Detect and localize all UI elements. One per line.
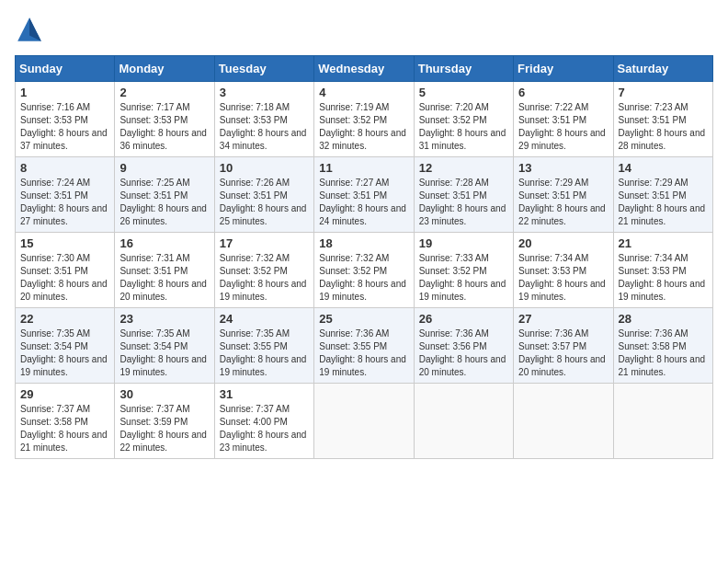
day-number: 27: [518, 312, 608, 326]
day-info: Sunrise: 7:29 AM Sunset: 3:51 PM Dayligh…: [619, 177, 708, 228]
day-number: 1: [20, 86, 109, 99]
daylight-label: Daylight: 8 hours and 19 minutes.: [220, 354, 307, 377]
day-header-sunday: Sunday: [16, 56, 115, 82]
calendar-cell: 7 Sunrise: 7:23 AM Sunset: 3:51 PM Dayli…: [613, 82, 712, 157]
sunset-label: Sunset: 3:51 PM: [619, 190, 687, 201]
sunrise-label: Sunrise: 7:16 AM: [20, 102, 90, 112]
sunset-label: Sunset: 3:58 PM: [619, 341, 687, 351]
calendar-cell: 29 Sunrise: 7:37 AM Sunset: 3:58 PM Dayl…: [16, 384, 115, 459]
sunset-label: Sunset: 3:53 PM: [619, 266, 687, 276]
daylight-label: Daylight: 8 hours and 24 minutes.: [319, 203, 406, 226]
daylight-label: Daylight: 8 hours and 20 minutes.: [518, 354, 606, 377]
sunset-label: Sunset: 3:51 PM: [518, 115, 586, 125]
day-number: 15: [20, 236, 109, 250]
day-info: Sunrise: 7:28 AM Sunset: 3:51 PM Dayligh…: [419, 177, 508, 228]
calendar-cell: 26 Sunrise: 7:36 AM Sunset: 3:56 PM Dayl…: [414, 308, 513, 384]
daylight-label: Daylight: 8 hours and 23 minutes.: [419, 203, 506, 226]
sunrise-label: Sunrise: 7:32 AM: [220, 253, 290, 263]
day-number: 7: [619, 86, 708, 99]
daylight-label: Daylight: 8 hours and 19 minutes.: [619, 279, 706, 302]
calendar-week-1: 1 Sunrise: 7:16 AM Sunset: 3:53 PM Dayli…: [16, 82, 713, 157]
day-number: 9: [119, 161, 209, 175]
calendar-cell: 10 Sunrise: 7:26 AM Sunset: 3:51 PM Dayl…: [214, 157, 313, 233]
daylight-label: Daylight: 8 hours and 27 minutes.: [20, 203, 108, 226]
day-info: Sunrise: 7:20 AM Sunset: 3:52 PM Dayligh…: [419, 101, 508, 153]
day-number: 14: [619, 161, 708, 175]
daylight-label: Daylight: 8 hours and 26 minutes.: [119, 203, 207, 226]
day-info: Sunrise: 7:35 AM Sunset: 3:55 PM Dayligh…: [220, 327, 309, 379]
sunrise-label: Sunrise: 7:33 AM: [419, 253, 489, 263]
calendar-cell: 1 Sunrise: 7:16 AM Sunset: 3:53 PM Dayli…: [16, 82, 115, 157]
sunrise-label: Sunrise: 7:35 AM: [20, 328, 90, 339]
calendar-cell: 12 Sunrise: 7:28 AM Sunset: 3:51 PM Dayl…: [414, 157, 513, 233]
daylight-label: Daylight: 8 hours and 19 minutes.: [319, 279, 406, 302]
calendar-cell: 28 Sunrise: 7:36 AM Sunset: 3:58 PM Dayl…: [613, 308, 712, 384]
day-number: 10: [220, 161, 309, 175]
sunset-label: Sunset: 3:59 PM: [119, 417, 188, 427]
day-info: Sunrise: 7:32 AM Sunset: 3:52 PM Dayligh…: [319, 252, 408, 304]
day-number: 17: [220, 236, 309, 250]
sunset-label: Sunset: 3:56 PM: [419, 341, 487, 351]
day-number: 18: [319, 236, 408, 250]
sunset-label: Sunset: 3:54 PM: [20, 341, 88, 351]
day-info: Sunrise: 7:16 AM Sunset: 3:53 PM Dayligh…: [20, 101, 109, 153]
day-header-friday: Friday: [514, 56, 613, 82]
daylight-label: Daylight: 8 hours and 28 minutes.: [619, 128, 706, 151]
day-info: Sunrise: 7:23 AM Sunset: 3:51 PM Dayligh…: [619, 101, 708, 153]
daylight-label: Daylight: 8 hours and 25 minutes.: [220, 203, 307, 226]
sunrise-label: Sunrise: 7:18 AM: [220, 102, 290, 112]
day-number: 20: [518, 236, 608, 250]
sunset-label: Sunset: 3:58 PM: [20, 417, 88, 427]
sunset-label: Sunset: 3:51 PM: [619, 115, 687, 125]
calendar-cell: 11 Sunrise: 7:27 AM Sunset: 3:51 PM Dayl…: [314, 157, 414, 233]
sunset-label: Sunset: 3:51 PM: [419, 190, 487, 201]
calendar-table: SundayMondayTuesdayWednesdayThursdayFrid…: [15, 55, 713, 459]
calendar-cell: [514, 384, 613, 459]
calendar-cell: 9 Sunrise: 7:25 AM Sunset: 3:51 PM Dayli…: [115, 157, 214, 233]
calendar-cell: [314, 384, 414, 459]
day-info: Sunrise: 7:30 AM Sunset: 3:51 PM Dayligh…: [20, 252, 109, 304]
daylight-label: Daylight: 8 hours and 29 minutes.: [518, 128, 606, 151]
sunset-label: Sunset: 3:53 PM: [20, 115, 88, 125]
day-header-tuesday: Tuesday: [214, 56, 313, 82]
calendar-cell: 2 Sunrise: 7:17 AM Sunset: 3:53 PM Dayli…: [115, 82, 214, 157]
calendar-cell: 21 Sunrise: 7:34 AM Sunset: 3:53 PM Dayl…: [613, 233, 712, 308]
calendar-cell: 14 Sunrise: 7:29 AM Sunset: 3:51 PM Dayl…: [613, 157, 712, 233]
sunrise-label: Sunrise: 7:25 AM: [119, 178, 189, 188]
day-number: 22: [20, 312, 109, 326]
page-header: [15, 15, 713, 44]
day-info: Sunrise: 7:36 AM Sunset: 3:56 PM Dayligh…: [419, 327, 508, 379]
daylight-label: Daylight: 8 hours and 19 minutes.: [518, 279, 606, 302]
calendar-cell: 17 Sunrise: 7:32 AM Sunset: 3:52 PM Dayl…: [214, 233, 313, 308]
sunrise-label: Sunrise: 7:29 AM: [518, 178, 588, 188]
day-number: 8: [20, 161, 109, 175]
calendar-cell: 13 Sunrise: 7:29 AM Sunset: 3:51 PM Dayl…: [514, 157, 613, 233]
day-info: Sunrise: 7:35 AM Sunset: 3:54 PM Dayligh…: [119, 327, 209, 379]
day-number: 24: [220, 312, 309, 326]
day-info: Sunrise: 7:36 AM Sunset: 3:57 PM Dayligh…: [518, 327, 608, 379]
sunrise-label: Sunrise: 7:24 AM: [20, 178, 90, 188]
sunrise-label: Sunrise: 7:30 AM: [20, 253, 90, 263]
day-info: Sunrise: 7:24 AM Sunset: 3:51 PM Dayligh…: [20, 177, 109, 228]
calendar-cell: 4 Sunrise: 7:19 AM Sunset: 3:52 PM Dayli…: [314, 82, 414, 157]
calendar-cell: 19 Sunrise: 7:33 AM Sunset: 3:52 PM Dayl…: [414, 233, 513, 308]
day-number: 3: [220, 86, 309, 99]
day-number: 5: [419, 86, 508, 99]
day-header-wednesday: Wednesday: [314, 56, 414, 82]
day-number: 19: [419, 236, 508, 250]
day-info: Sunrise: 7:34 AM Sunset: 3:53 PM Dayligh…: [518, 252, 608, 304]
calendar-week-3: 15 Sunrise: 7:30 AM Sunset: 3:51 PM Dayl…: [16, 233, 713, 308]
calendar-cell: 5 Sunrise: 7:20 AM Sunset: 3:52 PM Dayli…: [414, 82, 513, 157]
daylight-label: Daylight: 8 hours and 22 minutes.: [119, 430, 207, 453]
calendar-cell: 6 Sunrise: 7:22 AM Sunset: 3:51 PM Dayli…: [514, 82, 613, 157]
calendar-cell: [613, 384, 712, 459]
day-number: 23: [119, 312, 209, 326]
daylight-label: Daylight: 8 hours and 20 minutes.: [119, 279, 207, 302]
day-number: 2: [119, 86, 209, 99]
calendar-header-row: SundayMondayTuesdayWednesdayThursdayFrid…: [16, 56, 713, 82]
calendar-cell: 18 Sunrise: 7:32 AM Sunset: 3:52 PM Dayl…: [314, 233, 414, 308]
sunrise-label: Sunrise: 7:19 AM: [319, 102, 389, 112]
day-info: Sunrise: 7:17 AM Sunset: 3:53 PM Dayligh…: [119, 101, 209, 153]
sunrise-label: Sunrise: 7:20 AM: [419, 102, 489, 112]
sunrise-label: Sunrise: 7:27 AM: [319, 178, 389, 188]
